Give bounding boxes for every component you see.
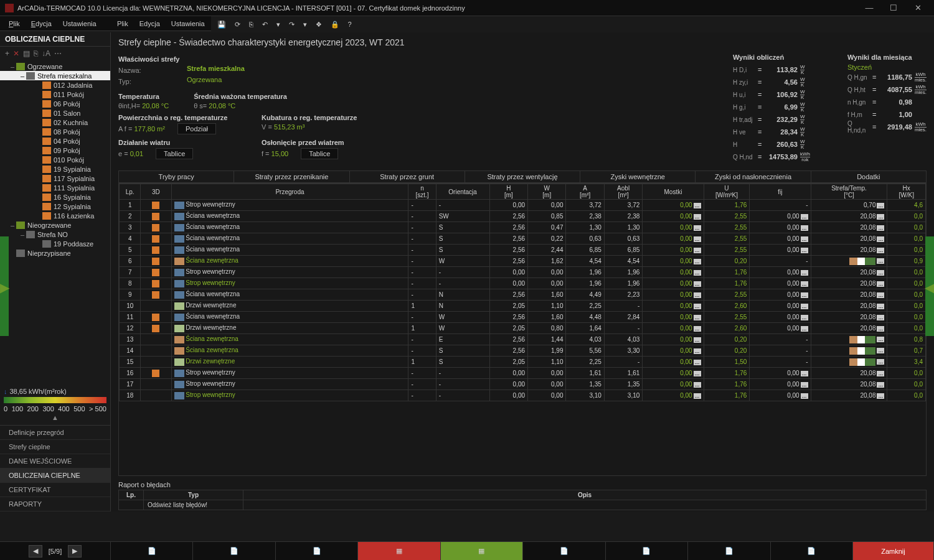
table-row[interactable]: 7 Strop wewnętrzny--0,000,001,961,960,00… [120, 267, 926, 278]
table-row[interactable]: 15 Drzwi zewnętrzne1S2,051,102,25-0,00…1… [120, 357, 926, 368]
tablice-button-2[interactable]: Tablice [301, 148, 338, 159]
table-row[interactable]: 14 Ściana zewnętrzna-S2,561,995,563,300,… [120, 345, 926, 357]
footer-seg-1[interactable]: 📄 [111, 542, 193, 560]
tree-node[interactable]: 117 Sypialnia [0, 174, 110, 183]
col-header[interactable]: W[m] [528, 184, 566, 200]
tree-node[interactable]: 010 Pokój [0, 155, 110, 164]
table-row[interactable]: 4 Ściana wewnętrzna-S2,560,220,630,630,0… [120, 233, 926, 245]
tree-node[interactable]: 04 Pokój [0, 136, 110, 146]
col-header[interactable]: 3D [141, 184, 171, 200]
tree-node[interactable]: 012 Jadalnia [0, 80, 110, 90]
menu-edycja[interactable]: Edycja [139, 20, 160, 27]
tree-node[interactable]: 08 Pokój [0, 127, 110, 136]
footer-seg-red[interactable]: ▦ [358, 542, 440, 560]
tree-node[interactable]: 19 Sypialnia [0, 164, 110, 174]
tree-node[interactable]: 16 Sypialnia [0, 192, 110, 202]
table-row[interactable]: 1 Strop wewnętrzny--0,000,003,723,720,00… [120, 200, 926, 211]
tab[interactable]: Zyski wewnętrzne [580, 171, 696, 182]
footer-seg-9[interactable]: 📄 [771, 542, 853, 560]
table-row[interactable]: 9 Ściana wewnętrzna-N2,561,604,492,230,0… [120, 289, 926, 301]
table-row[interactable]: 6 Ściana zewnętrzna-W2,561,624,544,540,0… [120, 256, 926, 267]
left-arrow-icon[interactable]: ▶ [0, 280, 9, 295]
tree-node[interactable]: 111 Sypialnia [0, 183, 110, 192]
col-header[interactable]: Aobl[m²] [604, 184, 642, 200]
tree-node[interactable]: 01 Salon [0, 108, 110, 118]
sidenav-item[interactable]: OBLICZENIA CIEPLNE [0, 469, 110, 483]
tab[interactable]: Dodatki [811, 171, 926, 182]
month-value[interactable]: Styczeń [847, 63, 927, 71]
tree-node[interactable]: –Strefa NO [0, 230, 110, 239]
col-header[interactable]: Hx[W/K] [887, 184, 926, 200]
add-icon[interactable]: + [5, 49, 9, 58]
podzial-button[interactable]: Podział [177, 123, 216, 134]
col-header[interactable]: U[W/m²K] [704, 184, 750, 200]
close-footer-button[interactable]: Zamknij [853, 542, 934, 560]
table-row[interactable]: 13 Ściana zewnętrzna-E2,561,444,034,030,… [120, 334, 926, 345]
delete-icon[interactable]: ✕ [13, 49, 19, 58]
table-row[interactable]: 18 Strop wewnętrzny--0,000,003,103,100,0… [120, 390, 926, 401]
props-icon[interactable]: ⋯ [54, 49, 62, 58]
layers-icon[interactable]: ❖ [316, 21, 322, 29]
redo-icon[interactable]: ↷ [289, 21, 295, 29]
tree-node[interactable]: –Nieogrzewane [0, 220, 110, 230]
col-header[interactable]: Lp. [120, 184, 141, 200]
sidenav-item[interactable]: DANE WEJŚCIOWE [0, 454, 110, 469]
menu-ustawienia-2[interactable]: Ustawienia [63, 20, 97, 27]
table-row[interactable]: 3 Ściana wewnętrzna-S2,560,471,301,300,0… [120, 222, 926, 233]
tree-node[interactable]: 12 Sypialnia [0, 202, 110, 211]
menu-edycja-2[interactable]: Edycja [31, 20, 52, 27]
table-row[interactable]: 10 Drzwi wewnętrzne1N2,051,102,25-0,00…2… [120, 301, 926, 312]
maximize-button[interactable]: ☐ [882, 3, 905, 12]
tree-node[interactable]: 09 Pokój [0, 146, 110, 155]
close-button[interactable]: ✕ [907, 3, 929, 12]
next-page-button[interactable]: ▶ [68, 545, 82, 558]
table-row[interactable]: 16 Strop wewnętrzny--0,000,001,611,610,0… [120, 368, 926, 379]
tab[interactable]: Tryby pracy [119, 171, 234, 182]
tablice-button-1[interactable]: Tablice [156, 148, 193, 159]
refresh-icon[interactable]: ⟳ [235, 21, 240, 29]
col-header[interactable]: Strefa/Temp.[°C] [811, 184, 887, 200]
footer-seg-green[interactable]: ▦ [441, 542, 523, 560]
tree-node[interactable]: 02 Kuchnia [0, 118, 110, 127]
col-header[interactable]: fij [750, 184, 811, 200]
help-icon[interactable]: ? [348, 21, 352, 28]
minimize-button[interactable]: — [858, 3, 880, 12]
col-header[interactable]: H[m] [489, 184, 527, 200]
menu-plik[interactable]: Plik [117, 20, 128, 27]
footer-seg-2[interactable]: 📄 [193, 542, 275, 560]
filter-icon[interactable]: ▤ [23, 49, 30, 58]
table-row[interactable]: 5 Ściana wewnętrzna-S2,562,446,856,850,0… [120, 245, 926, 256]
menu-plik-2[interactable]: Plik [9, 20, 20, 27]
tab[interactable]: Straty przez grunt [350, 171, 465, 182]
footer-seg-7[interactable]: 📄 [606, 542, 688, 560]
sidenav-item[interactable]: Strefy cieplne [0, 440, 110, 454]
prev-page-button[interactable]: ◀ [29, 545, 42, 558]
table-row[interactable]: 2 Ściana wewnętrzna-SW2,560,852,382,380,… [120, 211, 926, 222]
footer-seg-3[interactable]: 📄 [276, 542, 358, 560]
table-row[interactable]: 17 Strop wewnętrzny--0,000,001,351,350,0… [120, 379, 926, 390]
table-row[interactable]: 12 Drzwi wewnętrzne1W2,050,801,64-0,00…2… [120, 323, 926, 334]
col-header[interactable]: n[szt.] [408, 184, 436, 200]
tree-node[interactable]: 116 Łazienka [0, 211, 110, 220]
right-arrow-icon[interactable]: ◀ [925, 280, 934, 295]
tab[interactable]: Zyski od nasłonecznienia [696, 171, 811, 182]
footer-seg-8[interactable]: 📄 [688, 542, 770, 560]
sidenav-item[interactable]: RAPORTY [0, 497, 110, 511]
col-header[interactable]: Mostki [643, 184, 704, 200]
undo-dd-icon[interactable]: ▾ [276, 21, 280, 29]
lock-icon[interactable]: 🔒 [331, 21, 339, 29]
col-header[interactable]: Przegroda [171, 184, 408, 200]
copy-icon[interactable]: ⎘ [249, 21, 253, 28]
tree-node[interactable]: Nieprzypisane [0, 248, 110, 258]
sidenav-item[interactable]: CERTYFIKAT [0, 483, 110, 497]
copy-tree-icon[interactable]: ⎘ [34, 49, 38, 58]
col-header[interactable]: Orientacja [436, 184, 489, 200]
table-row[interactable]: 11 Ściana wewnętrzna-W2,561,604,482,840,… [120, 312, 926, 323]
menu-ustawienia[interactable]: Ustawienia [171, 20, 205, 27]
save-icon[interactable]: 💾 [217, 21, 226, 29]
footer-seg-6[interactable]: 📄 [523, 542, 605, 560]
sort-icon[interactable]: ↓A [42, 49, 50, 58]
data-grid[interactable]: Lp.3DPrzegrodan[szt.]OrientacjaH[m]W[m]A… [118, 183, 927, 476]
tree-node[interactable]: 19 Poddasze [0, 239, 110, 248]
redo-dd-icon[interactable]: ▾ [303, 21, 307, 29]
